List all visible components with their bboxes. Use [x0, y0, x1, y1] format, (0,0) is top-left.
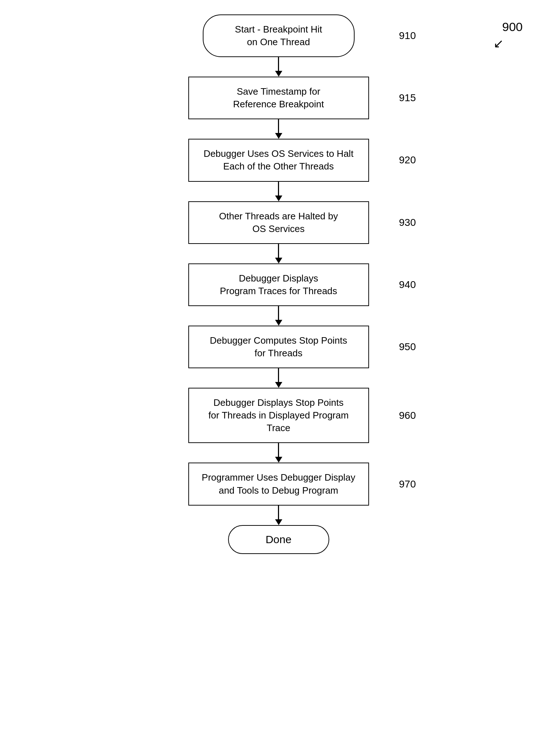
step-950: Debugger Computes Stop Points for Thread… [170, 326, 387, 368]
arrow-6 [275, 368, 282, 388]
ref-915: 915 [399, 92, 416, 104]
arrow-line-6 [278, 368, 279, 382]
arrow-line-8 [278, 506, 279, 519]
ref-920: 920 [399, 154, 416, 166]
arrow-line-4 [278, 244, 279, 258]
ref-910: 910 [399, 30, 416, 42]
box-950: Debugger Computes Stop Points for Thread… [188, 326, 369, 368]
arrow-head-1 [275, 71, 282, 77]
arrow-head-8 [275, 519, 282, 525]
start-box: Start - Breakpoint Hit on One Thread [203, 14, 355, 57]
diagram-container: 900 ↙ Start - Breakpoint Hit on One Thre… [0, 0, 557, 756]
ref-930: 930 [399, 217, 416, 228]
arrow-head-6 [275, 382, 282, 388]
box-970: Programmer Uses Debugger Display and Too… [188, 463, 369, 505]
box-960: Debugger Displays Stop Points for Thread… [188, 388, 369, 443]
arrow-head-7 [275, 457, 282, 463]
step-960: Debugger Displays Stop Points for Thread… [170, 388, 387, 443]
step-start: Start - Breakpoint Hit on One Thread 910 [170, 14, 387, 57]
box-940: Debugger Displays Program Traces for Thr… [188, 263, 369, 306]
arrow-head-3 [275, 196, 282, 201]
ref-950: 950 [399, 341, 416, 353]
box-920: Debugger Uses OS Services to Halt Each o… [188, 139, 369, 181]
ref-940: 940 [399, 279, 416, 291]
diagram-main-label: 900 [502, 20, 523, 34]
arrow-line-1 [278, 57, 279, 71]
arrow-head-2 [275, 133, 282, 139]
step-930: Other Threads are Halted by OS Services … [170, 201, 387, 244]
ref-970: 970 [399, 478, 416, 490]
step-920: Debugger Uses OS Services to Halt Each o… [170, 139, 387, 181]
step-done: Done [170, 525, 387, 554]
arrow-3 [275, 182, 282, 201]
arrow-8 [275, 506, 282, 525]
arrow-line-3 [278, 182, 279, 196]
ref-960: 960 [399, 410, 416, 421]
arrow-line-2 [278, 119, 279, 133]
diagram-main-arrow: ↙ [493, 36, 504, 51]
arrow-7 [275, 443, 282, 463]
step-940: Debugger Displays Program Traces for Thr… [170, 263, 387, 306]
flowchart: Start - Breakpoint Hit on One Thread 910… [170, 14, 387, 554]
arrow-line-5 [278, 306, 279, 320]
arrow-head-5 [275, 320, 282, 326]
step-915: Save Timestamp for Reference Breakpoint … [170, 77, 387, 119]
arrow-1 [275, 57, 282, 77]
step-970: Programmer Uses Debugger Display and Too… [170, 463, 387, 505]
done-box: Done [228, 525, 329, 554]
arrow-line-7 [278, 443, 279, 457]
arrow-5 [275, 306, 282, 326]
arrow-head-4 [275, 258, 282, 263]
arrow-2 [275, 119, 282, 139]
box-915: Save Timestamp for Reference Breakpoint [188, 77, 369, 119]
arrow-4 [275, 244, 282, 263]
box-930: Other Threads are Halted by OS Services [188, 201, 369, 244]
